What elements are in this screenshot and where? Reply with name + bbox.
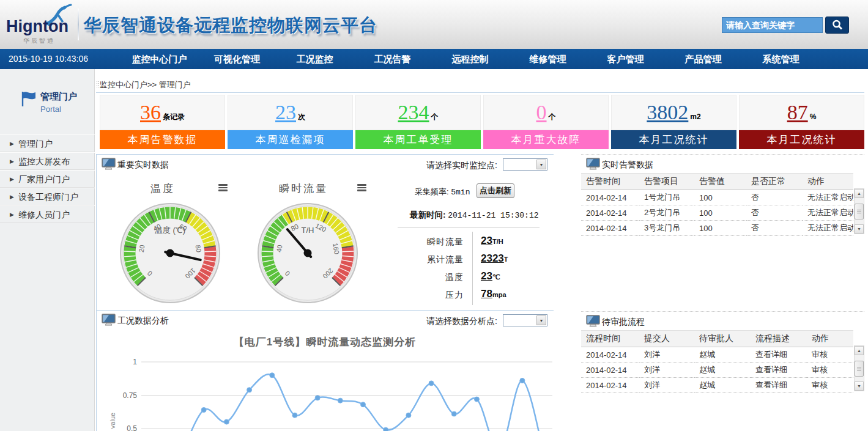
- column-header: 流程时间: [581, 331, 639, 347]
- stat-card-label[interactable]: 本周巡检漏项: [228, 130, 353, 149]
- table-row: 2014-02-143号龙门吊100否无法正常启动: [581, 221, 853, 236]
- table-cell[interactable]: 无法正常启动: [803, 221, 853, 236]
- approval-table: 流程时间提交人待审批人流程描述动作2014-02-14刘洋赵城查看详细审核201…: [581, 330, 853, 393]
- stat-card: 23次本周巡检漏项: [228, 95, 353, 149]
- table-cell[interactable]: 无法正常启动: [803, 190, 853, 205]
- readout-value[interactable]: 78mpa: [481, 288, 506, 300]
- company-logo: Hignton 华辰智通: [6, 4, 80, 46]
- nav-item[interactable]: 远程控制: [431, 49, 509, 69]
- readout-value[interactable]: 23℃: [481, 270, 500, 282]
- nav-item[interactable]: 维修管理: [509, 49, 587, 69]
- analysis-point-select[interactable]: ▼: [503, 314, 547, 326]
- table-cell[interactable]: 审核: [807, 363, 853, 378]
- stat-card-label[interactable]: 本周告警数据: [100, 130, 225, 149]
- stat-card-label[interactable]: 本月工况统计: [611, 130, 736, 149]
- stat-cards: 36条记录本周告警数据23次本周巡检漏项234个本周工单受理0个本月重大故障38…: [100, 95, 864, 149]
- sidebar-item[interactable]: ▶设备工程师门户: [0, 188, 95, 205]
- search-button[interactable]: [825, 17, 849, 34]
- sidebar-item[interactable]: ▶维修人员门户: [0, 205, 95, 223]
- readout-row: 累计流量2323T: [384, 251, 543, 268]
- stat-card: 234个本周工单受理: [355, 95, 481, 149]
- breadcrumb[interactable]: 监控中心门户>> 管理门户: [100, 79, 191, 90]
- scroll-up-icon[interactable]: ▲: [855, 189, 864, 198]
- nav-item[interactable]: 工况监控: [276, 49, 354, 69]
- scroll-down-icon[interactable]: ▼: [855, 381, 864, 391]
- table-cell: 查看详细: [751, 347, 807, 363]
- sidebar-item[interactable]: ▶厂家用户门户: [0, 170, 95, 188]
- content-divider: [96, 92, 864, 93]
- table-row: 2014-02-14刘洋赵城查看详细审核: [581, 378, 853, 393]
- nav-item[interactable]: 产品管理: [664, 49, 742, 69]
- alarm-table-scrollbar[interactable]: ▲ ▼: [854, 188, 864, 234]
- column-header: 提交人: [639, 331, 694, 347]
- readout-value[interactable]: 2323T: [481, 252, 508, 265]
- stat-card-value[interactable]: 36: [140, 102, 161, 123]
- table-cell: 赵城: [694, 378, 751, 393]
- gauge-temp-menu-icon[interactable]: [218, 184, 228, 193]
- stat-card-value[interactable]: 87: [787, 102, 808, 123]
- sidebar-menu: ▶管理门户▶监控大屏发布▶厂家用户门户▶设备工程师门户▶维修人员门户: [0, 134, 95, 223]
- table-cell: 刘洋: [639, 363, 694, 378]
- column-header: 告警值: [694, 174, 746, 190]
- stat-card-value[interactable]: 0: [536, 102, 547, 123]
- gauge-temp-title: 温度: [150, 182, 175, 196]
- table-cell[interactable]: 无法正常启动: [803, 205, 853, 221]
- search-input[interactable]: [722, 17, 823, 33]
- table-cell[interactable]: 审核: [807, 378, 853, 393]
- table-cell[interactable]: 审核: [807, 347, 853, 363]
- sidebar-item-label: 维修人员门户: [18, 210, 70, 219]
- stat-card-value-area: 3802m2: [611, 95, 736, 130]
- table-header-row: 流程时间提交人待审批人流程描述动作: [581, 331, 853, 347]
- refresh-button[interactable]: 点击刷新: [477, 183, 514, 198]
- nav-item[interactable]: 客户管理: [587, 49, 664, 69]
- stat-card-value-area: 234个: [355, 95, 481, 130]
- flow-gauge: 04080120160200T/H: [256, 201, 360, 305]
- main-navbar: 2015-10-19 10:43:06 监控中心门户可视化管理工况监控工况告警远…: [0, 49, 868, 69]
- column-header: 告警时间: [581, 174, 639, 190]
- analysis-panel-title: 工况数据分析: [117, 315, 169, 326]
- scroll-up-icon[interactable]: ▲: [855, 346, 864, 355]
- latest-time: 最新时间: 2014-11-21 15:30:12: [410, 210, 539, 221]
- column-header: 是否正常: [746, 174, 803, 190]
- nav-item[interactable]: 工况告警: [354, 49, 431, 69]
- scroll-down-icon[interactable]: ▼: [855, 224, 864, 234]
- readout-row: 瞬时流量23T/H: [384, 233, 543, 251]
- nav-item[interactable]: 系统管理: [742, 49, 820, 69]
- gauge-flow-menu-icon[interactable]: [357, 184, 366, 193]
- nav-item[interactable]: 监控中心门户: [121, 49, 198, 69]
- table-cell: 2号龙门吊: [639, 205, 694, 221]
- navbar-timestamp: 2015-10-19 10:43:06: [9, 54, 88, 64]
- top-header: Hignton 华辰智通 华辰智通设备远程监控物联网云平台: [0, 0, 868, 49]
- chevron-down-icon[interactable]: ▼: [536, 160, 546, 169]
- monitor-icon: [586, 158, 601, 171]
- stat-card-unit: m2: [690, 112, 700, 121]
- sidebar-portal-header[interactable]: 管理门户 Portal: [0, 89, 95, 125]
- chevron-right-icon: ▶: [10, 188, 14, 205]
- monitor-point-select[interactable]: ▼: [503, 158, 547, 171]
- stat-card-value[interactable]: 3802: [647, 102, 688, 123]
- table-cell: 2014-02-14: [581, 363, 639, 378]
- stat-card-value-area: 36条记录: [100, 95, 225, 130]
- stat-card-label[interactable]: 本月工况统计: [739, 130, 864, 149]
- svg-text:1: 1: [133, 358, 137, 366]
- table-cell: 3号龙门吊: [639, 221, 694, 236]
- column-header: 告警项目: [639, 174, 694, 190]
- table-cell: 2014-02-14: [581, 190, 639, 205]
- table-row: 2014-02-142号龙门吊100否无法正常启动: [581, 205, 853, 221]
- svg-text:0.75: 0.75: [123, 391, 138, 400]
- stat-card-value[interactable]: 23: [275, 102, 296, 123]
- sidebar-item[interactable]: ▶监控大屏发布: [0, 152, 95, 170]
- scrollbar-thumb[interactable]: [855, 204, 864, 219]
- stat-card-value[interactable]: 234: [398, 102, 429, 123]
- scrollbar-thumb[interactable]: [855, 361, 864, 377]
- approval-table-scrollbar[interactable]: ▲ ▼: [854, 345, 864, 391]
- stat-card-value-area: 0个: [483, 95, 609, 130]
- stat-card-label[interactable]: 本月重大故障: [483, 130, 609, 149]
- sidebar-item[interactable]: ▶管理门户: [0, 134, 95, 152]
- readout-value[interactable]: 23T/H: [481, 235, 503, 247]
- chevron-down-icon[interactable]: ▼: [536, 315, 546, 325]
- realtime-data-panel: 重要实时数据 请选择实时监控点: ▼ 温度 瞬时流量 020406080100温…: [96, 154, 554, 310]
- nav-item[interactable]: 可视化管理: [198, 49, 276, 69]
- stat-card-label[interactable]: 本周工单受理: [355, 130, 481, 149]
- sidebar: 管理门户 Portal ▶管理门户▶监控大屏发布▶厂家用户门户▶设备工程师门户▶…: [0, 69, 95, 431]
